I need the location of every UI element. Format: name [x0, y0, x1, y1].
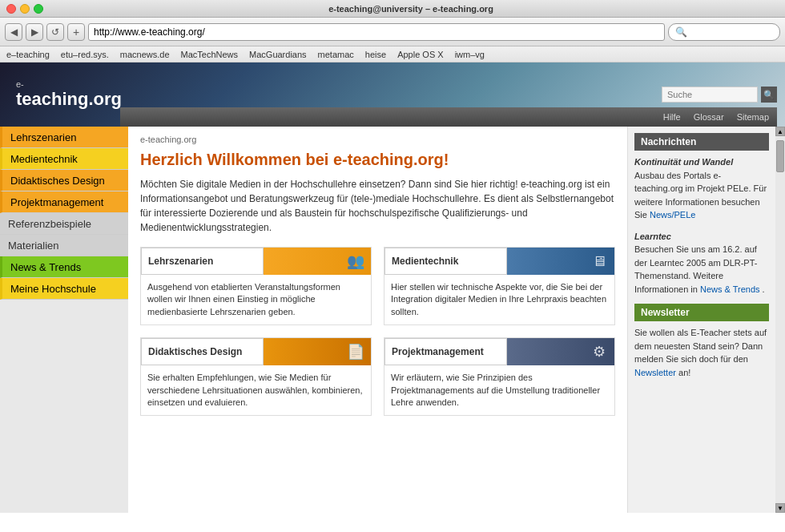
sidebar-item-lehrszenarien[interactable]: Lehrszenarien [0, 127, 128, 148]
card-grid: Lehrszenarien 👥 Ausgehend von etablierte… [140, 247, 615, 416]
breadcrumb: e-teaching.org [140, 135, 615, 144]
rs-item2-link-end: . [763, 284, 765, 294]
nav-hilfe[interactable]: Hilfe [663, 112, 681, 122]
card-projektmanagement[interactable]: Projektmanagement ⚙ Wir erläutern, wie S… [384, 337, 615, 416]
card-body-projektmanagement: Wir erläutern, wie Sie Prinzipien des Pr… [384, 365, 614, 415]
main-layout: Lehrszenarien Medientechnik Didaktisches… [0, 127, 785, 513]
card-icon-projektmanagement: ⚙ [588, 341, 610, 363]
bookmark-item-metamac[interactable]: metamac [318, 50, 354, 59]
rs-newsletter-text: Sie wollen als E-Teacher stets auf dem n… [634, 328, 767, 364]
nav-sitemap[interactable]: Sitemap [737, 112, 769, 122]
sidebar-item-materialien[interactable]: Materialien [0, 235, 128, 256]
rs-newsletter-text-end: an! [678, 368, 690, 377]
rs-nachrichten-body2: Learntec Besuchen Sie uns am 16.2. auf d… [634, 230, 769, 296]
top-navigation: Hilfe Glossar Sitemap [120, 107, 777, 127]
sidebar-item-medientechnik[interactable]: Medientechnik [0, 148, 128, 170]
card-body-lehrszenarien: Ausgehend von etablierten Veranstaltungs… [141, 275, 371, 324]
nav-glossar[interactable]: Glossar [694, 112, 724, 122]
card-body-medientechnik: Hier stellen wir technische Aspekte vor,… [384, 275, 614, 324]
card-label-medientechnik: Medientechnik [384, 248, 507, 275]
page-scrollbar: ▲ ▼ [775, 127, 785, 513]
intro-text: Möchten Sie digitale Medien in der Hochs… [140, 177, 615, 235]
url-bar[interactable] [88, 23, 665, 41]
sidebar-item-meine-hochschule[interactable]: Meine Hochschule [0, 278, 128, 300]
card-icon-medientechnik: 🖥 [588, 250, 610, 272]
card-header-medientechnik: Medientechnik 🖥 [384, 248, 614, 275]
window-title: e-teaching@university – e-teaching.org [43, 4, 779, 14]
card-header-lehrszenarien: Lehrszenarien 👥 [141, 248, 371, 275]
rs-nachrichten-title: Nachrichten [634, 133, 769, 151]
right-sidebar: Nachrichten Kontinuität und Wandel Ausba… [627, 127, 775, 513]
card-label-projektmanagement: Projektmanagement [384, 338, 507, 365]
sidebar-item-referenzbeispiele[interactable]: Referenzbeispiele [0, 213, 128, 235]
card-didaktisches-design[interactable]: Didaktisches Design 📄 Sie erhalten Empfe… [140, 337, 372, 416]
sidebar: Lehrszenarien Medientechnik Didaktisches… [0, 127, 128, 513]
card-bar-lehrszenarien: 👥 [264, 248, 372, 275]
bookmark-item-mactechnews[interactable]: MacTechNews [181, 50, 239, 59]
header-search-input[interactable] [662, 87, 758, 103]
reload-button[interactable]: ↺ [46, 23, 64, 41]
card-medientechnik[interactable]: Medientechnik 🖥 Hier stellen wir technis… [384, 247, 615, 325]
rs-newsletter-link[interactable]: Newsletter [634, 368, 676, 377]
header-search: 🔍 [662, 87, 777, 103]
rs-item1-italic: Kontinuität und Wandel [634, 157, 733, 167]
card-bar-projektmanagement: ⚙ [507, 338, 615, 365]
header-search-button[interactable]: 🔍 [761, 87, 777, 103]
traffic-lights [6, 4, 43, 14]
scroll-track [775, 136, 785, 503]
toolbar: ◀ ▶ ↺ + [0, 18, 785, 46]
bookmark-item-appleosx[interactable]: Apple OS X [397, 50, 443, 59]
page-title: Herzlich Willkommen bei e-teaching.org! [140, 151, 615, 169]
bookmarks-bar: e–teaching etu–red.sys. macnews.de MacTe… [0, 46, 785, 62]
card-header-projektmanagement: Projektmanagement ⚙ [384, 338, 614, 365]
forward-button[interactable]: ▶ [26, 23, 43, 41]
card-body-didaktisches-design: Sie erhalten Empfehlungen, wie Sie Medie… [141, 365, 371, 415]
bookmark-item-macguardians[interactable]: MacGuardians [249, 50, 307, 59]
rs-item1-link[interactable]: News/PELe [650, 210, 695, 220]
rs-item2-link[interactable]: News & Trends [700, 284, 760, 294]
content-area: e-teaching.org Herzlich Willkommen bei e… [128, 127, 627, 513]
sidebar-item-projektmanagement[interactable]: Projektmanagement [0, 191, 128, 213]
maximize-button[interactable] [34, 4, 43, 14]
card-icon-lehrszenarien: 👥 [344, 250, 367, 272]
rs-newsletter-title: Newsletter [634, 304, 769, 321]
card-label-lehrszenarien: Lehrszenarien [141, 248, 264, 275]
bookmark-item-eteaching[interactable]: e–teaching [6, 50, 50, 59]
new-tab-button[interactable]: + [67, 23, 85, 41]
rs-newsletter-body: Sie wollen als E-Teacher stets auf dem n… [634, 326, 769, 379]
card-label-didaktisches-design: Didaktisches Design [141, 338, 264, 365]
rs-nachrichten-body: Kontinuität und Wandel Ausbau des Portal… [634, 155, 769, 222]
sidebar-item-news-trends[interactable]: News & Trends [0, 256, 128, 278]
site-header: e- teaching.org Hilfe Glossar Sitemap 🔍 [0, 62, 785, 127]
bookmark-item-etu[interactable]: etu–red.sys. [61, 50, 109, 59]
card-lehrszenarien[interactable]: Lehrszenarien 👥 Ausgehend von etablierte… [140, 247, 372, 325]
card-bar-didaktisches-design: 📄 [264, 338, 372, 365]
logo-text: teaching.org [16, 89, 122, 109]
minimize-button[interactable] [20, 4, 30, 14]
site-logo: e- teaching.org [16, 79, 122, 110]
bookmark-item-macnews[interactable]: macnews.de [120, 50, 170, 59]
close-button[interactable] [6, 4, 16, 14]
bookmark-item-heise[interactable]: heise [365, 50, 386, 59]
logo-prefix: e- [16, 79, 122, 89]
bookmark-item-iwmvg[interactable]: iwm–vg [455, 50, 485, 59]
search-bar[interactable] [668, 23, 780, 41]
scroll-down-arrow[interactable]: ▼ [775, 503, 785, 513]
card-bar-medientechnik: 🖥 [507, 248, 615, 275]
back-button[interactable]: ◀ [5, 23, 22, 41]
rs-item2-italic: Learntec [634, 232, 671, 241]
window-chrome: e-teaching@university – e-teaching.org [0, 0, 785, 18]
card-icon-didaktisches-design: 📄 [344, 341, 367, 363]
sidebar-item-didaktisches-design[interactable]: Didaktisches Design [0, 170, 128, 191]
scroll-thumb[interactable] [776, 140, 784, 172]
card-header-didaktisches-design: Didaktisches Design 📄 [141, 338, 371, 365]
scroll-up-arrow[interactable]: ▲ [775, 127, 785, 136]
